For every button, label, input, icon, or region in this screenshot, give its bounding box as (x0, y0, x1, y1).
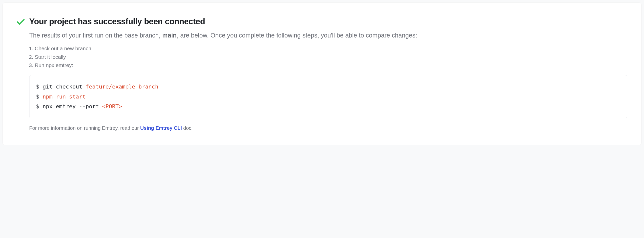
step-item: Start it locally (35, 53, 627, 61)
code-text: $ npx emtrey --port= (36, 103, 102, 110)
code-line: $ npm run start (36, 92, 620, 102)
steps-list: Check out a new branch Start it locally … (30, 44, 627, 70)
code-highlight: npm run start (43, 94, 86, 100)
step-item: Run npx emtrey: (35, 61, 627, 70)
subtitle-branch: main (162, 32, 176, 39)
subtitle-after: , are below. Once you complete the follo… (177, 32, 417, 39)
card-content: Your project has successfully been conne… (29, 17, 627, 131)
footnote-before: For more information on running Emtrey, … (29, 125, 140, 131)
success-subtitle: The results of your first run on the bas… (29, 31, 627, 40)
footnote: For more information on running Emtrey, … (29, 125, 627, 131)
code-line: $ git checkout feature/example-branch (36, 82, 620, 92)
code-text: $ git checkout (36, 84, 86, 90)
card-inner: Your project has successfully been conne… (17, 17, 627, 131)
step-item: Check out a new branch (35, 44, 627, 53)
success-card: Your project has successfully been conne… (2, 3, 642, 145)
code-text: $ (36, 94, 43, 100)
code-line: $ npx emtrey --port=<PORT> (36, 102, 620, 112)
success-title: Your project has successfully been conne… (29, 17, 627, 26)
subtitle-before: The results of your first run on the bas… (29, 32, 162, 39)
docs-link[interactable]: Using Emtrey CLI (140, 125, 182, 131)
code-highlight: <PORT> (102, 103, 122, 110)
footnote-after: doc. (182, 125, 192, 131)
code-block: $ git checkout feature/example-branch $ … (29, 75, 627, 118)
code-highlight: feature/example-branch (86, 84, 158, 90)
check-icon (17, 19, 25, 25)
